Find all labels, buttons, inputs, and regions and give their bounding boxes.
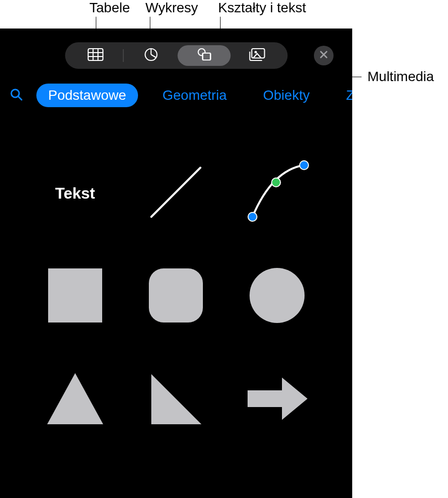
triangle-icon [43, 369, 107, 430]
shape-line[interactable] [139, 156, 213, 230]
search-icon [9, 88, 23, 103]
svg-rect-0 [88, 49, 103, 60]
callout-charts-label: Wykresy [145, 0, 198, 16]
svg-line-14 [18, 96, 22, 100]
photo-icon [248, 47, 266, 64]
svg-marker-23 [151, 374, 201, 424]
shape-right-triangle[interactable] [139, 363, 213, 437]
shape-rounded-square[interactable] [139, 260, 213, 333]
svg-rect-20 [149, 268, 203, 322]
insert-panel: Podstawowe Geometria Obiekty Zwierz Teks… [0, 29, 352, 498]
category-basic[interactable]: Podstawowe [36, 84, 138, 107]
svg-point-17 [272, 178, 280, 187]
shape-circle[interactable] [240, 260, 314, 333]
svg-point-10 [254, 51, 257, 54]
svg-line-15 [151, 168, 200, 217]
line-icon [144, 160, 208, 226]
shapes-button[interactable] [177, 45, 230, 66]
media-button[interactable] [230, 45, 283, 66]
circle-icon [248, 266, 307, 327]
category-objects[interactable]: Obiekty [251, 84, 321, 107]
category-animals[interactable]: Zwierz [334, 84, 352, 107]
curve-icon [243, 158, 311, 229]
insert-toolbar [65, 42, 287, 69]
close-button[interactable] [314, 46, 334, 65]
text-shape-label: Tekst [55, 184, 95, 203]
charts-button[interactable] [124, 45, 177, 66]
shapes-icon [196, 47, 212, 64]
svg-rect-7 [202, 53, 210, 60]
svg-point-18 [300, 161, 308, 170]
svg-rect-9 [252, 49, 264, 58]
tables-button[interactable] [69, 45, 122, 66]
svg-rect-19 [48, 268, 102, 322]
callout-media-label: Multimedia [367, 69, 434, 85]
close-icon [319, 50, 328, 61]
svg-marker-22 [47, 373, 103, 424]
svg-point-21 [250, 268, 305, 323]
rounded-square-icon [146, 266, 205, 327]
category-geometry[interactable]: Geometria [151, 84, 239, 107]
table-icon [87, 48, 104, 63]
svg-point-16 [248, 212, 257, 221]
category-row: Podstawowe Geometria Obiekty Zwierz [0, 84, 352, 107]
shape-arrow-right[interactable] [240, 363, 314, 437]
square-icon [46, 266, 105, 327]
pie-chart-icon [143, 47, 158, 64]
shape-triangle[interactable] [38, 363, 112, 437]
callout-shapes-text-label: Kształty i tekst [218, 0, 306, 16]
shape-curve[interactable] [240, 156, 314, 230]
toolbar-divider [123, 49, 123, 62]
callout-tables-label: Tabele [89, 0, 130, 16]
svg-marker-24 [248, 378, 308, 420]
search-button[interactable] [9, 88, 24, 103]
shape-text[interactable]: Tekst [38, 156, 112, 230]
right-triangle-icon [146, 369, 205, 430]
arrow-right-icon [243, 372, 311, 428]
shapes-grid: Tekst [25, 142, 328, 451]
shape-square[interactable] [38, 260, 112, 333]
